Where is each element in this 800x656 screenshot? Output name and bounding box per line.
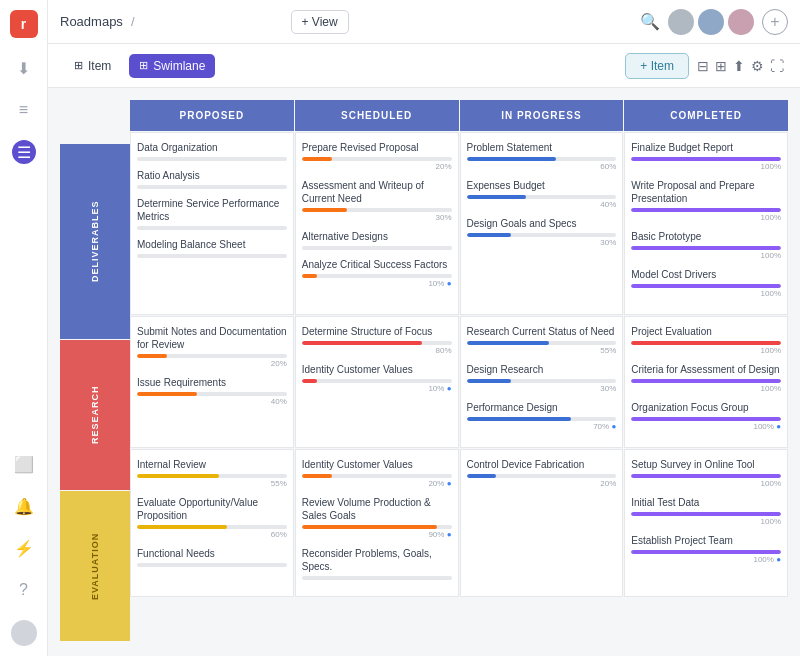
col-header-scheduled: SCHEDULED bbox=[295, 100, 459, 131]
list-item: Design Goals and Specs 30% bbox=[467, 217, 617, 247]
list-item: Determine Service Performance Metrics bbox=[137, 197, 287, 230]
evaluation-completed-cell: Setup Survey in Online Tool 100% Initial… bbox=[624, 449, 788, 597]
export-icon[interactable]: ⬆ bbox=[733, 58, 745, 74]
list-item: Data Organization bbox=[137, 141, 287, 161]
list-item: Issue Requirements 40% bbox=[137, 376, 287, 406]
add-view-button[interactable]: + View bbox=[291, 10, 349, 34]
list-item: Analyze Critical Success Factors 10% ● bbox=[302, 258, 452, 288]
inbox-icon[interactable]: ⬜ bbox=[12, 452, 36, 476]
deliverables-row-label: DELIVERABLES bbox=[60, 144, 130, 339]
list-item: Initial Test Data 100% bbox=[631, 496, 781, 526]
add-item-button[interactable]: + Item bbox=[625, 53, 689, 79]
deliverables-proposed-cell: Data Organization Ratio Analysis Determi… bbox=[130, 132, 294, 315]
deliverables-inprogress-cell: Problem Statement 60% Expenses Budget 40… bbox=[460, 132, 624, 315]
filter-icon[interactable]: ⊟ bbox=[697, 58, 709, 74]
list-item: Establish Project Team 100% ● bbox=[631, 534, 781, 564]
list-item: Project Evaluation 100% bbox=[631, 325, 781, 355]
list-item: Expenses Budget 40% bbox=[467, 179, 617, 209]
deliverables-row: Data Organization Ratio Analysis Determi… bbox=[130, 132, 788, 315]
user-avatar[interactable] bbox=[11, 620, 37, 646]
sidebar: r ⬇ ≡ ☰ ⬜ 🔔 ⚡ ? bbox=[0, 0, 48, 656]
deliverables-completed-cell: Finalize Budget Report 100% Write Propos… bbox=[624, 132, 788, 315]
search-icon[interactable]: 🔍 bbox=[640, 12, 660, 31]
list-item: Assessment and Writeup of Current Need 3… bbox=[302, 179, 452, 222]
list-item: Control Device Fabrication 20% bbox=[467, 458, 617, 488]
list-item: Setup Survey in Online Tool 100% bbox=[631, 458, 781, 488]
list-item: Modeling Balance Sheet bbox=[137, 238, 287, 258]
col-header-completed: COMPLETED bbox=[624, 100, 788, 131]
list-item: Internal Review 55% bbox=[137, 458, 287, 488]
avatar-2 bbox=[698, 9, 724, 35]
list-item: Identity Customer Values 20% ● bbox=[302, 458, 452, 488]
col-header-proposed: PROPOSED bbox=[130, 100, 294, 131]
evaluation-inprogress-cell: Control Device Fabrication 20% bbox=[460, 449, 624, 597]
menu-icon[interactable]: ☰ bbox=[12, 140, 36, 164]
evaluation-row-label: EVALUATION bbox=[60, 491, 130, 641]
research-scheduled-cell: Determine Structure of Focus 80% Identit… bbox=[295, 316, 459, 448]
toolbar-actions: ⊟ ⊞ ⬆ ⚙ ⛶ bbox=[697, 58, 784, 74]
list-item: Basic Prototype 100% bbox=[631, 230, 781, 260]
list-item: Identity Customer Values 10% ● bbox=[302, 363, 452, 393]
add-member-button[interactable]: + bbox=[762, 9, 788, 35]
evaluation-row: Internal Review 55% Evaluate Opportunity… bbox=[130, 449, 788, 597]
lightning-icon[interactable]: ⚡ bbox=[12, 536, 36, 560]
research-proposed-cell: Submit Notes and Documentation for Revie… bbox=[130, 316, 294, 448]
avatar-3 bbox=[728, 9, 754, 35]
topbar-input[interactable] bbox=[143, 14, 283, 29]
avatar-group bbox=[668, 9, 754, 35]
download-icon[interactable]: ⬇ bbox=[12, 56, 36, 80]
list-item: Determine Structure of Focus 80% bbox=[302, 325, 452, 355]
item-grid-icon: ⊞ bbox=[74, 59, 83, 72]
swimlane-view-button[interactable]: ⊞ Swimlane bbox=[129, 54, 215, 78]
list-item: Prepare Revised Proposal 20% bbox=[302, 141, 452, 171]
evaluation-scheduled-cell: Identity Customer Values 20% ● Review Vo… bbox=[295, 449, 459, 597]
list-item: Alternative Designs bbox=[302, 230, 452, 250]
list-item: Functional Needs bbox=[137, 547, 287, 567]
main-content: Roadmaps / + View 🔍 + ⊞ Item ⊞ Swimlane … bbox=[48, 0, 800, 656]
item-view-button[interactable]: ⊞ Item bbox=[64, 54, 121, 78]
columns-icon[interactable]: ⊞ bbox=[715, 58, 727, 74]
list-item: Criteria for Assessment of Design 100% bbox=[631, 363, 781, 393]
list-item: Submit Notes and Documentation for Revie… bbox=[137, 325, 287, 368]
list-item: Write Proposal and Prepare Presentation … bbox=[631, 179, 781, 222]
research-row-label: RESEARCH bbox=[60, 340, 130, 490]
list-item: Reconsider Problems, Goals, Specs. bbox=[302, 547, 452, 580]
toolbar: ⊞ Item ⊞ Swimlane + Item ⊟ ⊞ ⬆ ⚙ ⛶ bbox=[48, 44, 800, 88]
list-item: Review Volume Production & Sales Goals 9… bbox=[302, 496, 452, 539]
col-header-in-progress: IN PROGRESS bbox=[460, 100, 624, 131]
item-view-label: Item bbox=[88, 59, 111, 73]
topbar-title: Roadmaps bbox=[60, 14, 123, 29]
list-item: Performance Design 70% ● bbox=[467, 401, 617, 431]
help-icon[interactable]: ? bbox=[12, 578, 36, 602]
topbar: Roadmaps / + View 🔍 + bbox=[48, 0, 800, 44]
list-icon[interactable]: ≡ bbox=[12, 98, 36, 122]
list-item: Problem Statement 60% bbox=[467, 141, 617, 171]
list-item: Design Research 30% bbox=[467, 363, 617, 393]
list-item: Evaluate Opportunity/Value Proposition 6… bbox=[137, 496, 287, 539]
research-inprogress-cell: Research Current Status of Need 55% Desi… bbox=[460, 316, 624, 448]
evaluation-proposed-cell: Internal Review 55% Evaluate Opportunity… bbox=[130, 449, 294, 597]
app-logo[interactable]: r bbox=[10, 10, 38, 38]
avatar-1 bbox=[668, 9, 694, 35]
deliverables-scheduled-cell: Prepare Revised Proposal 20% Assessment … bbox=[295, 132, 459, 315]
board-container[interactable]: DELIVERABLES RESEARCH EVALUATION PROPOSE… bbox=[48, 88, 800, 656]
list-item: Finalize Budget Report 100% bbox=[631, 141, 781, 171]
settings-icon[interactable]: ⚙ bbox=[751, 58, 764, 74]
research-completed-cell: Project Evaluation 100% Criteria for Ass… bbox=[624, 316, 788, 448]
research-row: Submit Notes and Documentation for Revie… bbox=[130, 316, 788, 448]
fullscreen-icon[interactable]: ⛶ bbox=[770, 58, 784, 74]
list-item: Ratio Analysis bbox=[137, 169, 287, 189]
list-item: Organization Focus Group 100% ● bbox=[631, 401, 781, 431]
list-item: Research Current Status of Need 55% bbox=[467, 325, 617, 355]
bell-icon[interactable]: 🔔 bbox=[12, 494, 36, 518]
list-item: Model Cost Drivers 100% bbox=[631, 268, 781, 298]
swimlane-view-label: Swimlane bbox=[153, 59, 205, 73]
topbar-slash: / bbox=[131, 14, 135, 29]
swimlane-icon: ⊞ bbox=[139, 59, 148, 72]
